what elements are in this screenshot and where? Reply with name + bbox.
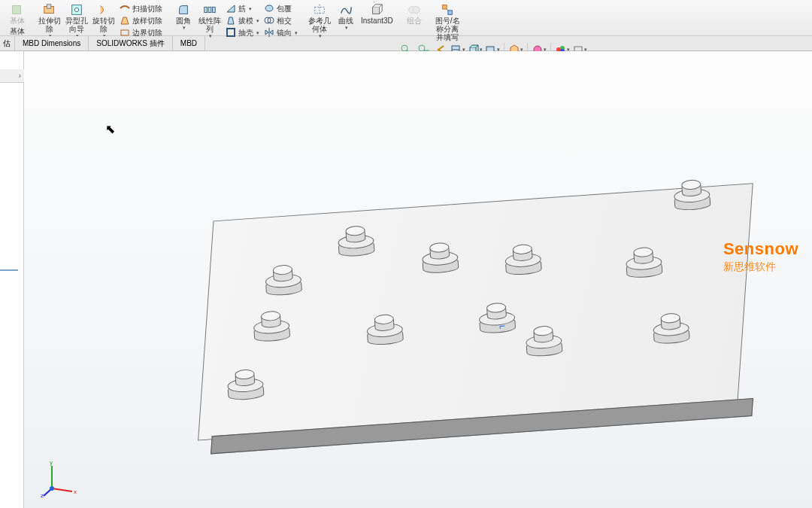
- ribbon-group-features: 圆角 线性阵 列 筋 拔模 抽壳 包覆 相交 镜向: [168, 1, 302, 35]
- svg-rect-2: [47, 5, 50, 8]
- revolved-cut-button[interactable]: 旋转切 除: [90, 2, 117, 34]
- svg-marker-5: [121, 17, 129, 24]
- svg-marker-17: [270, 30, 273, 35]
- svg-line-40: [52, 488, 72, 491]
- ribbon-group-split: 图号/名 称分离 并填写: [431, 1, 465, 35]
- ribbon-group-combine: 组合: [399, 1, 429, 35]
- svg-rect-23: [443, 5, 447, 9]
- draft-button[interactable]: 拔模: [223, 14, 262, 26]
- wrap-button[interactable]: 包覆: [262, 2, 300, 14]
- tab-evaluate[interactable]: 估: [0, 36, 15, 50]
- panel-splitter[interactable]: [0, 269, 18, 271]
- feature-manager-expand-button[interactable]: [0, 69, 24, 83]
- tab-solidworks-addins[interactable]: SOLIDWORKS 插件: [89, 36, 173, 50]
- watermark: Sensnow 新思维软件: [723, 239, 798, 274]
- wrap-icon: [264, 3, 274, 14]
- swept-cut-button[interactable]: 扫描切除: [117, 2, 165, 14]
- watermark-sub: 新思维软件: [723, 260, 798, 274]
- svg-rect-6: [121, 30, 129, 35]
- combine-button: 组合: [401, 2, 427, 26]
- cut-extrude-icon: [43, 3, 56, 17]
- loft-cut-icon: [120, 15, 130, 26]
- fillet-icon: [177, 3, 190, 17]
- mirror-button[interactable]: 镜向: [262, 26, 300, 38]
- split-name-icon: [441, 3, 454, 17]
- svg-point-22: [413, 7, 420, 14]
- svg-line-25: [447, 9, 448, 11]
- view-triad[interactable]: x y z: [41, 460, 78, 497]
- svg-rect-0: [13, 6, 21, 14]
- hole-wizard-button[interactable]: 异型孔 向导: [63, 2, 90, 34]
- ribbon: 基体 基体 拉伸切 除 异型孔 向导 旋转切 除 扫描切除 放样切除 边界切除 …: [0, 0, 812, 36]
- mouse-cursor-icon: ⬉: [105, 122, 115, 136]
- extruded-cut-button[interactable]: 拉伸切 除: [36, 2, 63, 34]
- shell-icon: [226, 27, 236, 38]
- ref-geometry-icon: [313, 3, 326, 17]
- lofted-cut-button[interactable]: 放样切除: [117, 14, 165, 26]
- ribbon-group-base: 基体 基体: [2, 1, 32, 35]
- axis-x-label: x: [74, 488, 77, 495]
- svg-point-4: [74, 8, 78, 11]
- svg-rect-20: [373, 7, 380, 14]
- graphics-viewport[interactable]: ⌐ x y z: [24, 51, 812, 508]
- model-part[interactable]: ⌐: [195, 152, 784, 462]
- linear-pattern-icon: [203, 3, 217, 17]
- extruded-boss-button: 基体: [5, 2, 30, 26]
- cut-revolve-icon: [97, 3, 111, 17]
- cube-icon: [11, 3, 24, 17]
- mirror-icon: [264, 27, 274, 38]
- rib-icon: [226, 3, 236, 14]
- ribbon-group-cut: 拉伸切 除 异型孔 向导 旋转切 除 扫描切除 放样切除 边界切除: [34, 1, 167, 35]
- instant3d-button[interactable]: Instant3D: [359, 2, 395, 34]
- svg-rect-12: [227, 29, 235, 36]
- linear-pattern-button[interactable]: 线性阵 列: [196, 2, 223, 34]
- svg-point-13: [265, 5, 273, 11]
- svg-rect-8: [208, 7, 211, 12]
- svg-marker-16: [265, 30, 268, 35]
- tab-mbd[interactable]: MBD: [173, 36, 205, 50]
- svg-point-26: [401, 45, 408, 51]
- ribbon-group-ref: 参考几 何体 曲线 Instant3D: [304, 1, 398, 35]
- origin-marker: ⌐: [498, 320, 505, 333]
- rib-button[interactable]: 筋: [223, 2, 262, 14]
- reference-geometry-button[interactable]: 参考几 何体: [306, 2, 333, 34]
- intersect-icon: [264, 15, 274, 26]
- feature-manager-collapsed: [0, 51, 24, 508]
- axis-z-label: z: [41, 492, 44, 497]
- combine-icon: [408, 3, 421, 17]
- svg-rect-7: [205, 7, 208, 12]
- curves-icon: [339, 3, 353, 17]
- watermark-brand: Sensnow: [723, 239, 798, 259]
- instant3d-icon: [370, 3, 383, 17]
- svg-marker-10: [227, 5, 235, 12]
- svg-rect-24: [448, 11, 452, 14]
- tab-mbd-dimensions[interactable]: MBD Dimensions: [15, 36, 89, 50]
- fillet-button[interactable]: 圆角: [171, 2, 196, 34]
- intersect-button[interactable]: 相交: [262, 14, 300, 26]
- hole-wizard-icon: [70, 3, 83, 17]
- curves-button[interactable]: 曲线: [333, 2, 359, 34]
- split-name-button[interactable]: 图号/名 称分离 并填写: [433, 2, 462, 42]
- svg-point-43: [50, 486, 54, 491]
- svg-marker-11: [228, 17, 234, 24]
- axis-y-label: y: [50, 460, 53, 466]
- sweep-cut-icon: [120, 3, 130, 14]
- draft-icon: [226, 15, 236, 26]
- shell-button[interactable]: 抽壳: [223, 26, 262, 38]
- svg-rect-9: [213, 7, 216, 12]
